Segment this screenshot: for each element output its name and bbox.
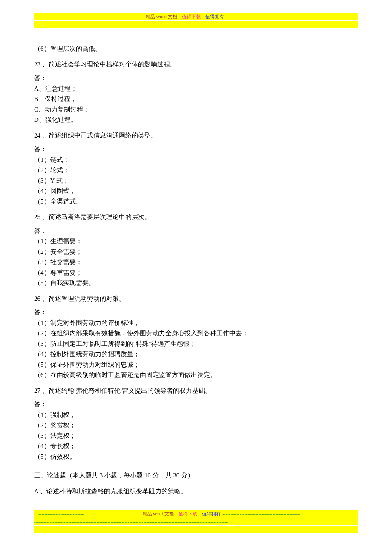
footer-text-blue: 值得拥有 (202, 511, 221, 516)
footer-text-word: word (153, 511, 164, 516)
footer-row2-dashes: ----------------------------------------… (34, 518, 228, 525)
q26-item-1: （1）制定对外围劳动力的评价标准； (34, 318, 358, 328)
page: ----------------------------- 精品 word 文档… (0, 0, 392, 546)
footer-center-text: 精品 word 文档 值得下载 值得拥有 (143, 510, 221, 518)
header-separator (34, 29, 358, 29)
question-27-answer-label: 答： (34, 400, 358, 409)
footer-dashes-left: ----------------------------- (34, 510, 84, 518)
header-text-word: word (156, 14, 167, 19)
q26-item-3: （3）防止固定工对临时工所得到的"特殊"待遇产生怨恨； (34, 339, 358, 349)
q24-item-4: （4）圆圈式； (34, 186, 358, 196)
q26-item-2: （2）在组织内部采取有效措施，使外围劳动力全身心投入到各种工作中去； (34, 328, 358, 338)
line-6: （6）管理层次的高低。 (34, 44, 358, 54)
question-24-title: 24 、简述组织中正式信息沟通网络的类型。 (34, 131, 358, 141)
header-text-blue: 值得拥有 (205, 14, 224, 19)
footer-highlight-row3: ---------------- (34, 526, 358, 533)
q27-item-4: （4）专长权； (34, 441, 358, 451)
header-highlight-band: ----------------------------- 精品 word 文档… (34, 13, 358, 20)
question-26-title: 26 、简述管理流动劳动的对策。 (34, 294, 358, 304)
q23-item-c: C、动力复制过程； (34, 105, 358, 115)
q26-item-6: （6）在由较高级别的临时工监管还是由固定监管方面做出决定。 (34, 370, 358, 380)
q25-item-3: （3）社交需要； (34, 257, 358, 267)
footer-text-brown-pre: 精品 (143, 511, 153, 516)
question-25-answer-label: 答： (34, 226, 358, 236)
q24-item-5: （5）全渠道式。 (34, 197, 358, 207)
q23-item-d: D、强化过程。 (34, 115, 358, 125)
q23-item-a: A、注意过程； (34, 84, 358, 94)
header-text-brown-pre: 精品 (146, 14, 156, 19)
q27-item-5: （5）仿效权。 (34, 452, 358, 462)
header-dashes-left: ----------------------------- (34, 13, 84, 20)
q27-item-3: （3）法定权； (34, 431, 358, 441)
q24-item-1: （1）链式； (34, 155, 358, 165)
q25-item-2: （2）安全需要； (34, 247, 358, 257)
question-26-answer-label: 答： (34, 308, 358, 317)
footer-separator (34, 509, 358, 509)
q25-item-5: （5）自我实现需要。 (34, 278, 358, 288)
section-3-heading: 三、论述题（本大题共 3 小题，每小题 10 分，共 30 分） (34, 471, 358, 480)
question-23-answer-label: 答： (34, 73, 358, 83)
footer-row3-dashes: ---------------- (184, 527, 209, 532)
question-25-title: 25 、简述马斯洛需要层次理论中的层次。 (34, 212, 358, 222)
header-text-pink: 值得下载 (182, 14, 201, 19)
footer-text-brown-post: 文档 (163, 511, 174, 516)
q27-item-2: （2）奖赏权； (34, 420, 358, 430)
footer-highlight-row2: ----------------------------------------… (34, 518, 358, 525)
document-body: （6）管理层次的高低。 23 、简述社会学习理论中榜样对个体的影响过程。 答： … (34, 44, 358, 496)
header-center-text: 精品 word 文档 值得下载 值得拥有 (146, 13, 224, 20)
q26-item-5: （5）保证外围劳动力对组织的忠诚； (34, 360, 358, 370)
footer-dashes-right: ----------------------------------------… (222, 510, 358, 518)
q26-item-4: （4）控制外围绕劳动力的招聘质量； (34, 349, 358, 359)
question-24-answer-label: 答： (34, 144, 358, 154)
question-23-title: 23 、简述社会学习理论中榜样对个体的影响过程。 (34, 60, 358, 69)
q23-item-b: B、保持过程； (34, 94, 358, 104)
q25-item-1: （1）生理需要； (34, 236, 358, 246)
footer-text-pink: 值得下载 (179, 511, 197, 516)
header-text-brown-post: 文档 (167, 14, 177, 19)
header-highlight-empty (34, 21, 358, 28)
q24-item-3: （3）Y 式； (34, 176, 358, 186)
footer-highlight-band: ----------------------------- 精品 word 文档… (34, 510, 358, 518)
header-dashes-right: ----------------------------------------… (226, 13, 358, 20)
q24-item-2: （2）轮式； (34, 165, 358, 175)
q25-item-4: （4）尊重需要； (34, 268, 358, 278)
question-27-title: 27 、简述约翰·弗伦奇和伯特伦·雷文提出的领导者的权力基础。 (34, 386, 358, 396)
q27-item-1: （1）强制权； (34, 410, 358, 420)
question-a-title: A 、论述科特和斯拉森格的克服组织变革阻力的策略。 (34, 486, 358, 496)
